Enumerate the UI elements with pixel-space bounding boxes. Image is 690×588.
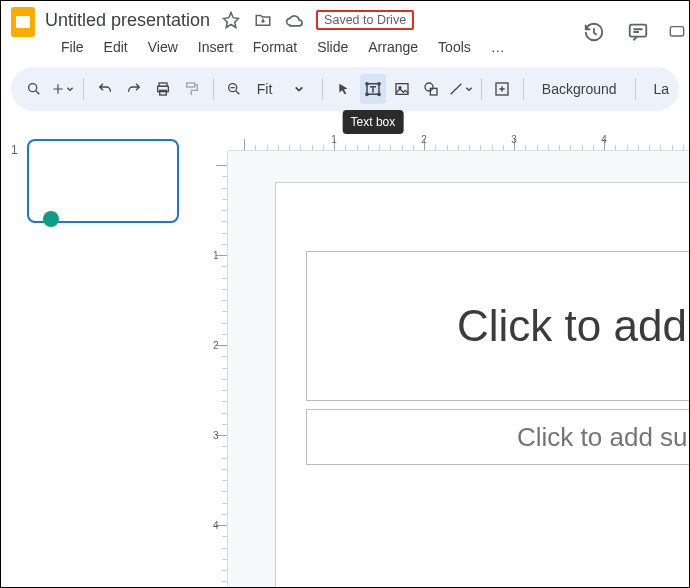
separator <box>481 78 482 100</box>
print-icon[interactable] <box>150 74 175 104</box>
separator <box>322 78 323 100</box>
slides-logo-icon[interactable] <box>9 8 37 36</box>
menu-arrange[interactable]: Arrange <box>360 35 426 59</box>
layout-button[interactable]: La <box>643 81 669 97</box>
select-tool-icon[interactable] <box>331 74 356 104</box>
menu-edit[interactable]: Edit <box>96 35 136 59</box>
title-placeholder[interactable]: Click to add <box>306 251 689 401</box>
add-comment-icon[interactable] <box>490 74 515 104</box>
header: Untitled presentation Saved to Drive <box>1 1 689 67</box>
star-icon[interactable] <box>220 9 242 31</box>
title-row: Untitled presentation Saved to Drive <box>9 7 681 33</box>
redo-icon[interactable] <box>121 74 146 104</box>
toolbar: Fit Text box Background La <box>11 67 679 111</box>
menu-insert[interactable]: Insert <box>190 35 241 59</box>
image-tool-icon[interactable] <box>390 74 415 104</box>
work-area: 1 123456 1234 Click to add Click to add … <box>1 133 689 587</box>
thumbnail-indicator-icon <box>43 211 59 227</box>
svg-point-17 <box>425 83 433 91</box>
slide-canvas[interactable]: Click to add Click to add subt <box>276 183 689 587</box>
svg-point-12 <box>378 83 380 85</box>
menu-tools[interactable]: Tools <box>430 35 479 59</box>
menu-file[interactable]: File <box>53 35 92 59</box>
history-icon[interactable] <box>581 19 607 45</box>
canvas-area: 123456 1234 Click to add Click to add su… <box>196 133 689 587</box>
menu-format[interactable]: Format <box>245 35 305 59</box>
shape-tool-icon[interactable] <box>419 74 444 104</box>
svg-rect-18 <box>431 88 438 95</box>
separator <box>635 78 636 100</box>
canvas-background[interactable]: Click to add Click to add subt <box>228 151 689 587</box>
svg-point-11 <box>366 83 368 85</box>
ruler-horizontal: 123456 <box>228 133 689 151</box>
separator <box>523 78 524 100</box>
svg-point-13 <box>366 93 368 95</box>
subtitle-placeholder[interactable]: Click to add subt <box>306 409 689 465</box>
new-slide-icon[interactable] <box>50 74 75 104</box>
paint-format-icon[interactable] <box>180 74 205 104</box>
zoom-out-icon[interactable] <box>222 74 247 104</box>
header-actions <box>581 19 685 45</box>
menu-more[interactable]: … <box>483 35 513 59</box>
search-menu-icon[interactable] <box>21 74 46 104</box>
undo-icon[interactable] <box>92 74 117 104</box>
saved-status[interactable]: Saved to Drive <box>316 10 414 30</box>
separator <box>213 78 214 100</box>
line-tool-icon[interactable] <box>448 74 473 104</box>
cloud-saved-icon[interactable] <box>284 9 306 31</box>
thumbnail-row: 1 <box>11 139 184 223</box>
separator <box>83 78 84 100</box>
menu-slide[interactable]: Slide <box>309 35 356 59</box>
move-folder-icon[interactable] <box>252 9 274 31</box>
svg-rect-2 <box>630 25 647 37</box>
thumbnail-index: 1 <box>11 139 21 223</box>
menu-view[interactable]: View <box>140 35 186 59</box>
present-icon[interactable] <box>669 19 685 45</box>
slide-thumbnail[interactable] <box>27 139 179 223</box>
svg-rect-8 <box>187 83 195 87</box>
svg-point-4 <box>28 84 36 92</box>
svg-rect-3 <box>670 27 683 36</box>
thumbnail-panel: 1 <box>1 133 196 587</box>
slides-app: Untitled presentation Saved to Drive <box>0 0 690 588</box>
zoom-label: Fit <box>257 81 273 97</box>
comment-icon[interactable] <box>625 19 651 45</box>
background-button[interactable]: Background <box>532 81 627 97</box>
zoom-dropdown[interactable]: Fit <box>251 81 315 97</box>
ruler-vertical: 1234 <box>210 151 228 587</box>
presentation-title[interactable]: Untitled presentation <box>45 10 210 31</box>
textbox-tool-icon[interactable]: Text box <box>360 74 385 104</box>
svg-rect-15 <box>396 84 408 95</box>
svg-rect-1 <box>16 16 30 28</box>
svg-point-14 <box>378 93 380 95</box>
tooltip-textbox: Text box <box>343 110 404 134</box>
